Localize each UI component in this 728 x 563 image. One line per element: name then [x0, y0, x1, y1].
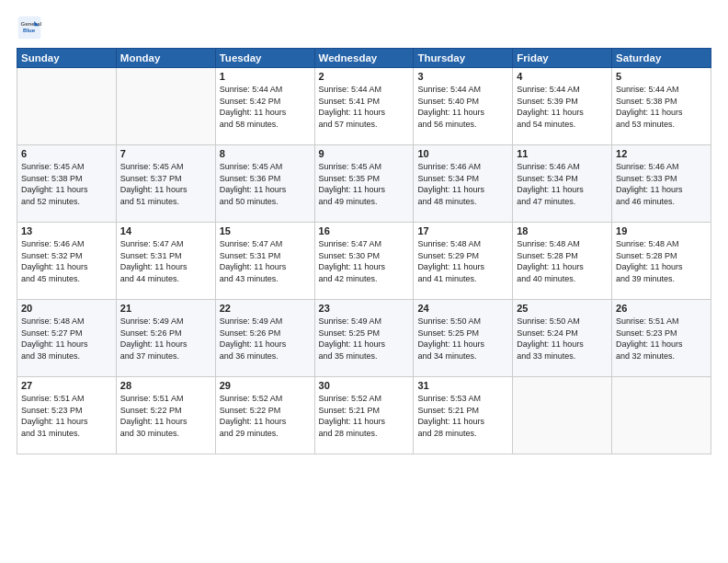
weekday-header-monday: Monday	[116, 49, 215, 68]
calendar-cell: 18Sunrise: 5:48 AM Sunset: 5:28 PM Dayli…	[513, 223, 612, 300]
day-info: Sunrise: 5:46 AM Sunset: 5:34 PM Dayligh…	[417, 161, 508, 207]
calendar-cell: 8Sunrise: 5:45 AM Sunset: 5:36 PM Daylig…	[215, 145, 314, 223]
weekday-header-tuesday: Tuesday	[215, 49, 314, 68]
calendar-cell: 27Sunrise: 5:51 AM Sunset: 5:23 PM Dayli…	[17, 377, 117, 454]
day-info: Sunrise: 5:46 AM Sunset: 5:32 PM Dayligh…	[21, 238, 112, 284]
day-info: Sunrise: 5:53 AM Sunset: 5:21 PM Dayligh…	[417, 393, 508, 439]
calendar-cell: 13Sunrise: 5:46 AM Sunset: 5:32 PM Dayli…	[17, 223, 117, 300]
calendar-cell: 10Sunrise: 5:46 AM Sunset: 5:34 PM Dayli…	[414, 145, 513, 223]
day-info: Sunrise: 5:47 AM Sunset: 5:30 PM Dayligh…	[319, 238, 410, 284]
page-header: General Blue	[17, 15, 711, 40]
day-number: 6	[21, 148, 112, 159]
day-info: Sunrise: 5:44 AM Sunset: 5:40 PM Dayligh…	[417, 84, 508, 130]
calendar-week-2: 6Sunrise: 5:45 AM Sunset: 5:38 PM Daylig…	[17, 145, 711, 223]
calendar-cell: 14Sunrise: 5:47 AM Sunset: 5:31 PM Dayli…	[116, 223, 215, 300]
day-number: 27	[21, 380, 112, 391]
svg-text:Blue: Blue	[23, 27, 36, 33]
day-number: 26	[616, 303, 707, 314]
calendar-cell: 9Sunrise: 5:45 AM Sunset: 5:35 PM Daylig…	[314, 145, 414, 223]
calendar-cell: 21Sunrise: 5:49 AM Sunset: 5:26 PM Dayli…	[116, 300, 215, 377]
calendar-table: SundayMondayTuesdayWednesdayThursdayFrid…	[17, 48, 711, 454]
calendar-cell: 12Sunrise: 5:46 AM Sunset: 5:33 PM Dayli…	[612, 145, 711, 223]
day-number: 10	[417, 148, 508, 159]
day-info: Sunrise: 5:52 AM Sunset: 5:22 PM Dayligh…	[220, 393, 311, 439]
calendar-cell: 2Sunrise: 5:44 AM Sunset: 5:41 PM Daylig…	[314, 68, 414, 145]
day-number: 24	[417, 303, 508, 314]
day-info: Sunrise: 5:49 AM Sunset: 5:25 PM Dayligh…	[319, 316, 410, 362]
calendar-header-row: SundayMondayTuesdayWednesdayThursdayFrid…	[17, 49, 711, 68]
day-number: 15	[220, 225, 311, 236]
calendar-cell: 28Sunrise: 5:51 AM Sunset: 5:22 PM Dayli…	[116, 377, 215, 454]
day-info: Sunrise: 5:45 AM Sunset: 5:38 PM Dayligh…	[21, 161, 112, 207]
calendar-week-1: 1Sunrise: 5:44 AM Sunset: 5:42 PM Daylig…	[17, 68, 711, 145]
day-info: Sunrise: 5:52 AM Sunset: 5:21 PM Dayligh…	[319, 393, 410, 439]
weekday-header-thursday: Thursday	[414, 49, 513, 68]
day-info: Sunrise: 5:48 AM Sunset: 5:29 PM Dayligh…	[417, 238, 508, 284]
calendar-week-5: 27Sunrise: 5:51 AM Sunset: 5:23 PM Dayli…	[17, 377, 711, 454]
calendar-cell: 29Sunrise: 5:52 AM Sunset: 5:22 PM Dayli…	[215, 377, 314, 454]
day-number: 17	[417, 225, 508, 236]
day-number: 18	[517, 225, 608, 236]
weekday-header-wednesday: Wednesday	[314, 49, 414, 68]
day-info: Sunrise: 5:44 AM Sunset: 5:38 PM Dayligh…	[616, 84, 707, 130]
calendar-cell: 30Sunrise: 5:52 AM Sunset: 5:21 PM Dayli…	[314, 377, 414, 454]
day-info: Sunrise: 5:47 AM Sunset: 5:31 PM Dayligh…	[120, 238, 211, 284]
day-number: 12	[616, 148, 707, 159]
day-number: 8	[220, 148, 311, 159]
day-number: 28	[120, 380, 211, 391]
day-info: Sunrise: 5:51 AM Sunset: 5:23 PM Dayligh…	[616, 316, 707, 362]
day-number: 19	[616, 225, 707, 236]
day-info: Sunrise: 5:44 AM Sunset: 5:41 PM Dayligh…	[319, 84, 410, 130]
day-info: Sunrise: 5:48 AM Sunset: 5:28 PM Dayligh…	[517, 238, 608, 284]
day-number: 30	[319, 380, 410, 391]
day-number: 2	[319, 71, 410, 82]
day-info: Sunrise: 5:45 AM Sunset: 5:35 PM Dayligh…	[319, 161, 410, 207]
day-info: Sunrise: 5:49 AM Sunset: 5:26 PM Dayligh…	[120, 316, 211, 362]
day-info: Sunrise: 5:46 AM Sunset: 5:33 PM Dayligh…	[616, 161, 707, 207]
day-number: 9	[319, 148, 410, 159]
calendar-cell	[17, 68, 117, 145]
weekday-header-saturday: Saturday	[612, 49, 711, 68]
day-number: 21	[120, 303, 211, 314]
weekday-header-friday: Friday	[513, 49, 612, 68]
day-number: 5	[616, 71, 707, 82]
day-number: 4	[517, 71, 608, 82]
calendar-cell	[612, 377, 711, 454]
logo-icon: General Blue	[17, 15, 42, 40]
day-info: Sunrise: 5:44 AM Sunset: 5:39 PM Dayligh…	[517, 84, 608, 130]
day-number: 7	[120, 148, 211, 159]
calendar-cell: 25Sunrise: 5:50 AM Sunset: 5:24 PM Dayli…	[513, 300, 612, 377]
calendar-cell	[116, 68, 215, 145]
day-info: Sunrise: 5:45 AM Sunset: 5:36 PM Dayligh…	[220, 161, 311, 207]
day-number: 20	[21, 303, 112, 314]
day-info: Sunrise: 5:50 AM Sunset: 5:25 PM Dayligh…	[417, 316, 508, 362]
weekday-header-sunday: Sunday	[17, 49, 117, 68]
day-number: 3	[417, 71, 508, 82]
calendar-cell	[513, 377, 612, 454]
day-info: Sunrise: 5:51 AM Sunset: 5:23 PM Dayligh…	[21, 393, 112, 439]
calendar-week-3: 13Sunrise: 5:46 AM Sunset: 5:32 PM Dayli…	[17, 223, 711, 300]
calendar-cell: 15Sunrise: 5:47 AM Sunset: 5:31 PM Dayli…	[215, 223, 314, 300]
day-info: Sunrise: 5:45 AM Sunset: 5:37 PM Dayligh…	[120, 161, 211, 207]
calendar-cell: 19Sunrise: 5:48 AM Sunset: 5:28 PM Dayli…	[612, 223, 711, 300]
day-info: Sunrise: 5:48 AM Sunset: 5:27 PM Dayligh…	[21, 316, 112, 362]
day-number: 23	[319, 303, 410, 314]
day-info: Sunrise: 5:48 AM Sunset: 5:28 PM Dayligh…	[616, 238, 707, 284]
day-number: 16	[319, 225, 410, 236]
calendar-cell: 31Sunrise: 5:53 AM Sunset: 5:21 PM Dayli…	[414, 377, 513, 454]
day-info: Sunrise: 5:46 AM Sunset: 5:34 PM Dayligh…	[517, 161, 608, 207]
calendar-cell: 26Sunrise: 5:51 AM Sunset: 5:23 PM Dayli…	[612, 300, 711, 377]
day-info: Sunrise: 5:44 AM Sunset: 5:42 PM Dayligh…	[220, 84, 311, 130]
day-number: 1	[220, 71, 311, 82]
calendar-cell: 11Sunrise: 5:46 AM Sunset: 5:34 PM Dayli…	[513, 145, 612, 223]
day-number: 29	[220, 380, 311, 391]
calendar-week-4: 20Sunrise: 5:48 AM Sunset: 5:27 PM Dayli…	[17, 300, 711, 377]
calendar-cell: 24Sunrise: 5:50 AM Sunset: 5:25 PM Dayli…	[414, 300, 513, 377]
day-number: 13	[21, 225, 112, 236]
day-number: 14	[120, 225, 211, 236]
logo: General Blue	[17, 15, 46, 40]
day-number: 22	[220, 303, 311, 314]
day-number: 25	[517, 303, 608, 314]
day-info: Sunrise: 5:50 AM Sunset: 5:24 PM Dayligh…	[517, 316, 608, 362]
day-number: 31	[417, 380, 508, 391]
